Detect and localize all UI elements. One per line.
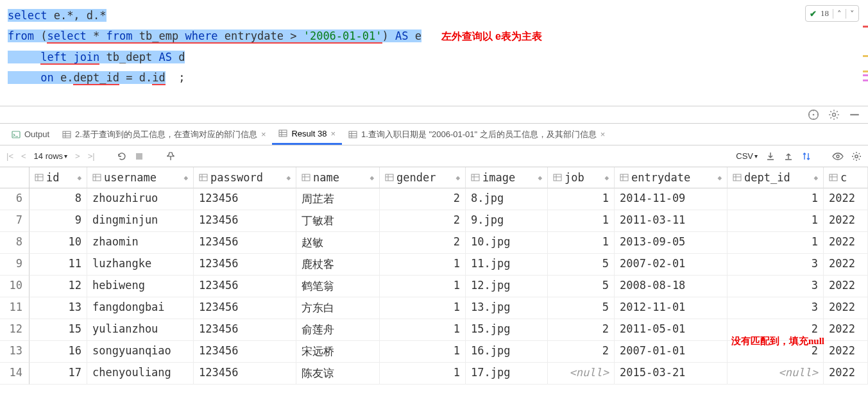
cell-image[interactable]: 9.jpg — [466, 210, 548, 232]
cell-entrydate[interactable]: 2014-11-09 — [615, 188, 728, 210]
cell-gender[interactable]: 2 — [380, 210, 466, 232]
cell-job[interactable]: 5 — [548, 254, 615, 276]
upload-button[interactable] — [783, 151, 794, 161]
cell-id[interactable]: 15 — [30, 319, 87, 341]
cell-job[interactable]: 5 — [548, 276, 615, 297]
cell-id[interactable]: 8 — [30, 188, 87, 210]
cell-password[interactable]: 123456 — [194, 341, 296, 363]
cell-name[interactable]: 赵敏 — [296, 232, 380, 254]
cell-job[interactable]: <null> — [548, 363, 615, 385]
last-page-button[interactable]: >| — [88, 151, 95, 161]
cell-entrydate[interactable]: 2015-03-21 — [615, 363, 728, 385]
row-number[interactable]: 7 — [0, 210, 30, 232]
tab-query-1[interactable]: 1.查询入职日期是 "2006-01-01" 之后的员工信息，及其部门信息 × — [342, 124, 611, 145]
cell-username[interactable]: chenyouliang — [87, 363, 194, 385]
cell-c[interactable]: 2022 — [824, 341, 868, 363]
close-icon[interactable]: × — [600, 129, 606, 139]
cell-username[interactable]: fangdongbai — [87, 297, 194, 319]
row-number[interactable]: 9 — [0, 254, 30, 276]
cell-username[interactable]: dingminjun — [87, 210, 194, 232]
cell-dept-id[interactable]: 1 — [728, 188, 824, 210]
cell-username[interactable]: zhaomin — [87, 232, 194, 254]
cell-password[interactable]: 123456 — [194, 254, 296, 276]
cell-job[interactable]: 2 — [548, 319, 615, 341]
cell-entrydate[interactable]: 2012-11-01 — [615, 297, 728, 319]
cell-gender[interactable]: 1 — [380, 297, 466, 319]
cell-dept-id[interactable]: 3 — [728, 276, 824, 297]
prev-page-button[interactable]: < — [21, 151, 26, 161]
header-gender[interactable]: gender◆ — [380, 167, 466, 188]
cell-job[interactable]: 5 — [548, 297, 615, 319]
cell-username[interactable]: songyuanqiao — [87, 341, 194, 363]
cell-password[interactable]: 123456 — [194, 276, 296, 297]
first-page-button[interactable]: |< — [6, 151, 13, 161]
cell-dept-id[interactable]: <null> — [728, 363, 824, 385]
cell-password[interactable]: 123456 — [194, 188, 296, 210]
cell-name[interactable]: 陈友谅 — [296, 363, 380, 385]
header-c[interactable]: c — [824, 167, 868, 188]
cell-entrydate[interactable]: 2011-03-11 — [615, 210, 728, 232]
header-image[interactable]: image◆ — [466, 167, 548, 188]
cell-dept-id[interactable]: 1 — [728, 232, 824, 254]
row-number[interactable]: 12 — [0, 319, 30, 341]
reload-button[interactable] — [117, 151, 127, 161]
cell-password[interactable]: 123456 — [194, 363, 296, 385]
compare-button[interactable] — [801, 151, 812, 161]
header-entrydate[interactable]: entrydate◆ — [615, 167, 728, 188]
cell-password[interactable]: 123456 — [194, 319, 296, 341]
eye-icon[interactable] — [832, 151, 844, 161]
cell-entrydate[interactable]: 2011-05-01 — [615, 319, 728, 341]
close-icon[interactable]: × — [261, 129, 266, 139]
cell-dept-id[interactable]: 3 — [728, 254, 824, 276]
cell-job[interactable]: 1 — [548, 188, 615, 210]
cell-image[interactable]: 10.jpg — [466, 232, 548, 254]
cell-c[interactable]: 2022 — [824, 254, 868, 276]
header-job[interactable]: job◆ — [548, 167, 615, 188]
cell-gender[interactable]: 1 — [380, 341, 466, 363]
gear-icon[interactable] — [851, 151, 862, 161]
row-number[interactable]: 10 — [0, 276, 30, 297]
cell-password[interactable]: 123456 — [194, 210, 296, 232]
cell-name[interactable]: 鹿杖客 — [296, 254, 380, 276]
compass-icon[interactable] — [808, 109, 819, 120]
header-name[interactable]: name◆ — [296, 167, 380, 188]
cell-dept-id[interactable]: 1 — [728, 210, 824, 232]
cell-gender[interactable]: 1 — [380, 276, 466, 297]
cell-name[interactable]: 丁敏君 — [296, 210, 380, 232]
cell-c[interactable]: 2022 — [824, 363, 868, 385]
cell-username[interactable]: yulianzhou — [87, 319, 194, 341]
tab-output[interactable]: Output — [5, 124, 56, 145]
cell-password[interactable]: 123456 — [194, 297, 296, 319]
cell-c[interactable]: 2022 — [824, 232, 868, 254]
cell-job[interactable]: 2 — [548, 341, 615, 363]
row-number[interactable]: 13 — [0, 341, 30, 363]
chevron-up-icon[interactable]: ˄ — [833, 9, 846, 19]
gear-icon[interactable] — [828, 109, 840, 120]
error-stripe[interactable] — [862, 0, 868, 106]
cell-job[interactable]: 1 — [548, 210, 615, 232]
cell-username[interactable]: zhouzhiruo — [87, 188, 194, 210]
cell-gender[interactable]: 1 — [380, 254, 466, 276]
download-button[interactable] — [765, 151, 776, 161]
row-number[interactable]: 6 — [0, 188, 30, 210]
sql-editor[interactable]: select e.*, d.* from (select * from tb_e… — [0, 0, 868, 106]
header-username[interactable]: username◆ — [87, 167, 194, 188]
cell-entrydate[interactable]: 2007-01-01 — [615, 341, 728, 363]
pin-button[interactable] — [166, 151, 176, 161]
cell-name[interactable]: 方东白 — [296, 297, 380, 319]
export-format-selector[interactable]: CSV ▾ — [736, 151, 758, 161]
header-id[interactable]: id◆ — [30, 167, 87, 188]
cell-gender[interactable]: 1 — [380, 363, 466, 385]
cell-entrydate[interactable]: 2008-08-18 — [615, 276, 728, 297]
cell-id[interactable]: 16 — [30, 341, 87, 363]
next-page-button[interactable]: > — [75, 151, 80, 161]
cell-id[interactable]: 13 — [30, 297, 87, 319]
cell-image[interactable]: 16.jpg — [466, 341, 548, 363]
cell-entrydate[interactable]: 2007-02-01 — [615, 254, 728, 276]
inspection-widget[interactable]: ✔18 ˄ ˅ — [805, 5, 859, 22]
tab-query-2[interactable]: 2.基于查询到的员工信息，在查询对应的部门信息 × — [56, 124, 272, 145]
cell-gender[interactable]: 2 — [380, 232, 466, 254]
cell-dept-id[interactable]: 3 — [728, 297, 824, 319]
cell-entrydate[interactable]: 2013-09-05 — [615, 232, 728, 254]
header-rownum[interactable] — [0, 167, 30, 188]
